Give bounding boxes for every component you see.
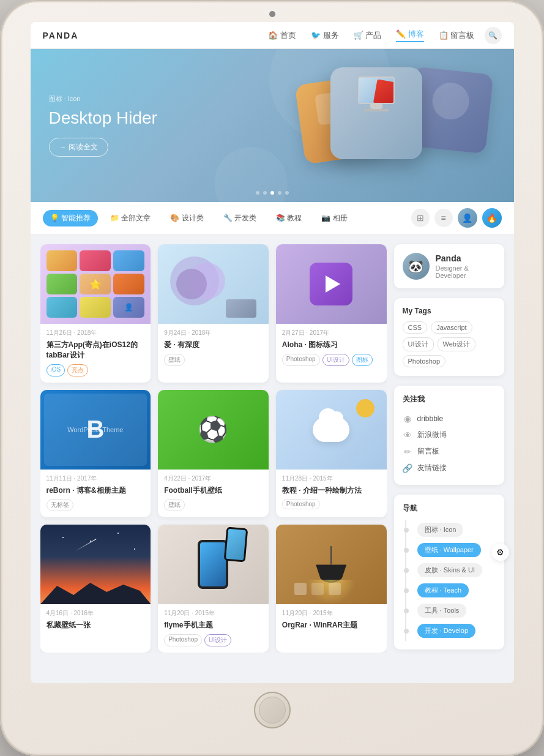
post-tag[interactable]: Photoshop xyxy=(282,499,320,509)
post-date-1: 11月26日 · 2018年 xyxy=(47,329,145,337)
filter-all[interactable]: 📁 全部文章 xyxy=(103,210,158,226)
post-title-2: 爱 · 有深度 xyxy=(164,340,263,350)
home-button[interactable] xyxy=(254,692,291,728)
weibo-icon: 👁 xyxy=(403,430,412,440)
post-card-8[interactable]: 11月20日 · 2015年 flyme手机主题 Photoshop UI设计 xyxy=(158,525,269,653)
tags-list: CSS Javascript UI设计 Web设计 Photoshop xyxy=(403,321,496,367)
nav-pill-skin[interactable]: 皮肤 · Skins & UI xyxy=(417,563,483,577)
follow-links[interactable]: 🔗 友情链接 xyxy=(403,460,496,476)
post-card-7[interactable]: 4月16日 · 2016年 私藏壁纸一张 xyxy=(40,525,151,653)
post-thumb-1: ⭐ 👤 xyxy=(40,244,151,324)
hero-dot-5[interactable] xyxy=(285,191,289,195)
hero-dot-1[interactable] xyxy=(256,191,259,195)
nav-link-service[interactable]: 🐦 服务 xyxy=(311,30,339,41)
follow-dribbble[interactable]: ◉ dribbble xyxy=(403,411,496,427)
nav-link-guestbook[interactable]: 📋 留言板 xyxy=(439,30,475,41)
nav-item-tutorial[interactable]: 教程 · Teach xyxy=(412,580,496,601)
post-tags-6: Photoshop xyxy=(282,499,381,509)
post-title-5: Football手机壁纸 xyxy=(164,485,263,496)
accessibility-button[interactable]: ⚙ xyxy=(492,544,509,561)
post-tag[interactable]: 壁纸 xyxy=(164,499,185,511)
nav-link-product[interactable]: 🛒 产品 xyxy=(354,30,382,41)
nav-item-tools[interactable]: 工具 · Tools xyxy=(412,601,496,621)
post-date-3: 2月27日 · 2017年 xyxy=(282,329,381,337)
post-card-1[interactable]: ⭐ 👤 11月26日 · 2018年 第三方App(寄点)在iOS12的tabB… xyxy=(40,244,151,383)
follow-weibo[interactable]: 👁 新浪微博 xyxy=(403,427,496,443)
post-card-5[interactable]: ⚽ 4月22日 · 2017年 Football手机壁纸 壁纸 xyxy=(158,390,269,518)
post-card-6[interactable]: 11月28日 · 2015年 教程 · 介绍一种绘制方法 Photoshop xyxy=(276,390,387,518)
list-view-button[interactable]: ≡ xyxy=(434,209,453,227)
post-card-2[interactable]: 9月24日 · 2018年 爱 · 有深度 壁纸 xyxy=(158,244,269,383)
post-tags-1: iOS 亮点 xyxy=(47,364,145,376)
filter-smart[interactable]: 💡 智能推荐 xyxy=(43,210,98,226)
post-date-6: 11月28日 · 2015年 xyxy=(282,474,381,483)
hero-dot-4[interactable] xyxy=(278,191,281,195)
user-avatar-button[interactable]: 👤 xyxy=(458,208,477,228)
nav-item-wallpaper[interactable]: 壁纸 · Wallpaper xyxy=(412,540,496,560)
nav-link-home[interactable]: 🏠 首页 xyxy=(268,30,296,41)
hero-dot-2[interactable] xyxy=(263,191,267,195)
post-tag[interactable]: UI设计 xyxy=(322,354,349,366)
post-card-4[interactable]: WordPress Theme B 11月11日 · 2017年 reBorn … xyxy=(40,390,151,518)
nav-pill-icon[interactable]: 图标 · Icon xyxy=(417,523,464,537)
post-thumb-5: ⚽ xyxy=(158,390,269,470)
follow-links-label: 友情链接 xyxy=(417,463,447,473)
post-title-8: flyme手机主题 xyxy=(164,620,263,631)
nav-search-button[interactable]: 🔍 xyxy=(485,27,502,44)
post-info-5: 4月22日 · 2017年 Football手机壁纸 壁纸 xyxy=(158,470,269,518)
profile-name: Panda xyxy=(436,253,469,263)
post-tag[interactable]: Photoshop xyxy=(164,634,202,646)
hero-indicators xyxy=(256,191,289,195)
hero-title: Desktop Hider xyxy=(49,108,157,128)
main-content: ⭐ 👤 11月26日 · 2018年 第三方App(寄点)在iOS12的tabB… xyxy=(31,234,514,662)
hero-dot-3[interactable] xyxy=(270,191,274,195)
grid-view-button[interactable]: ⊞ xyxy=(411,209,430,227)
follow-dribbble-label: dribbble xyxy=(417,414,444,423)
post-card-9[interactable]: 11月20日 · 2015年 OrgRar · WinRAR主题 xyxy=(276,525,387,653)
hero-read-button[interactable]: → 阅读全文 xyxy=(49,138,108,157)
post-tag[interactable]: Photoshop xyxy=(282,354,320,366)
follow-guestbook-label: 留言板 xyxy=(417,446,439,457)
post-card-3[interactable]: 2月27日 · 2017年 Aloha · 图标练习 Photoshop UI设… xyxy=(276,244,387,383)
filter-dev[interactable]: 🔧 开发类 xyxy=(216,210,264,226)
post-tags-5: 壁纸 xyxy=(164,499,263,511)
tag-javascript[interactable]: Javascript xyxy=(431,321,472,334)
post-thumb-7 xyxy=(40,525,151,604)
post-tag[interactable]: UI设计 xyxy=(204,634,231,646)
filter-design[interactable]: 🎨 设计类 xyxy=(163,210,211,226)
tag-web[interactable]: Web设计 xyxy=(438,337,475,351)
hero-text-area: 图标 · Icon Desktop Hider → 阅读全文 xyxy=(49,94,157,157)
post-tags-8: Photoshop UI设计 xyxy=(164,634,263,646)
post-date-8: 11月20日 · 2015年 xyxy=(164,609,263,618)
nav-pill-tools[interactable]: 工具 · Tools xyxy=(417,604,467,618)
nav-timeline: 图标 · Icon 壁纸 · Wallpaper 皮肤 · Skins & UI… xyxy=(403,520,496,641)
nav-bar: PANDA 🏠 首页 🐦 服务 🛒 产品 ✏️ 博客 📋 留言板 🔍 xyxy=(31,22,514,49)
nav-pill-tutorial[interactable]: 教程 · Teach xyxy=(417,583,469,597)
post-tag[interactable]: 亮点 xyxy=(67,364,88,376)
filter-album[interactable]: 📷 相册 xyxy=(314,210,354,226)
nav-item-develop[interactable]: 开发 · Develop xyxy=(412,621,496,641)
post-date-9: 11月20日 · 2015年 xyxy=(282,609,381,618)
nav-link-blog[interactable]: ✏️ 博客 xyxy=(396,29,424,42)
tag-ui[interactable]: UI设计 xyxy=(403,337,434,351)
filter-bar: 💡 智能推荐 📁 全部文章 🎨 设计类 🔧 开发类 📚 教程 📷 相册 ⊞ ≡ … xyxy=(31,202,514,234)
nav-pill-wallpaper[interactable]: 壁纸 · Wallpaper xyxy=(417,543,481,557)
post-tag[interactable]: 无标签 xyxy=(47,499,73,511)
ipad-screen: PANDA 🏠 首页 🐦 服务 🛒 产品 ✏️ 博客 📋 留言板 🔍 图标 · … xyxy=(31,22,514,683)
tag-photoshop[interactable]: Photoshop xyxy=(403,355,446,367)
nav-pill-develop[interactable]: 开发 · Develop xyxy=(417,624,476,638)
filter-tutorial[interactable]: 📚 教程 xyxy=(269,210,309,226)
follow-guestbook[interactable]: ✏ 留言板 xyxy=(403,443,496,460)
ipad-frame: PANDA 🏠 首页 🐦 服务 🛒 产品 ✏️ 博客 📋 留言板 🔍 图标 · … xyxy=(0,0,544,756)
hero-banner: 图标 · Icon Desktop Hider → 阅读全文 xyxy=(31,49,514,202)
flame-button[interactable]: 🔥 xyxy=(482,208,502,228)
post-thumb-4: WordPress Theme B xyxy=(40,390,151,470)
post-thumb-2 xyxy=(158,244,269,324)
post-thumb-9 xyxy=(276,525,387,604)
post-tag[interactable]: 图标 xyxy=(352,354,373,366)
nav-item-skin[interactable]: 皮肤 · Skins & UI xyxy=(412,560,496,580)
post-tag[interactable]: 壁纸 xyxy=(164,354,185,366)
post-tag[interactable]: iOS xyxy=(47,364,65,376)
nav-item-icon[interactable]: 图标 · Icon xyxy=(412,520,496,540)
tag-css[interactable]: CSS xyxy=(403,321,428,334)
